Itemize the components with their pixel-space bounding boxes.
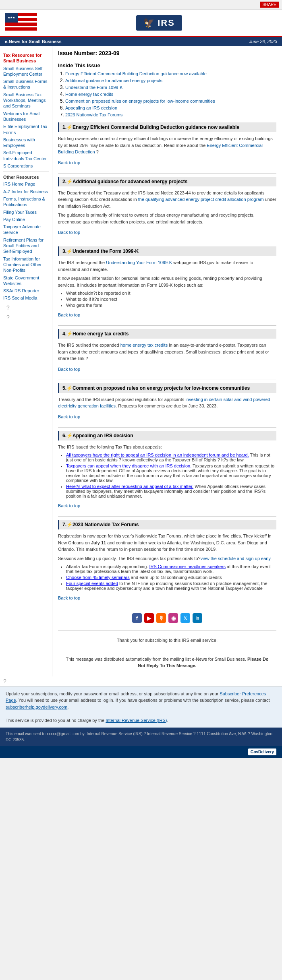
section-7-link-3[interactable]: Four special events added — [66, 581, 118, 586]
list-item: Taxpayers can appeal when they disagree … — [66, 463, 276, 483]
section-6-link-2[interactable]: Taxpayers can appeal when they disagree … — [66, 463, 191, 468]
back-to-top-3[interactable]: Back to top — [58, 312, 80, 317]
back-to-top-1[interactable]: Back to top — [58, 160, 80, 165]
top-bar: SHARE — [0, 0, 282, 10]
back-to-top-6[interactable]: Back to top — [58, 503, 80, 508]
sidebar-item-businesses-employees[interactable]: Businesses with Employees — [3, 137, 49, 149]
back-to-top-5[interactable]: Back to top — [58, 414, 80, 419]
sidebar-item-retirement-plans[interactable]: Retirement Plans for Small Entities and … — [3, 237, 49, 254]
main-content: Issue Number: 2023-09 Inside This Issue … — [52, 46, 282, 676]
sidebar-item-charities[interactable]: Tax Information for Charities and Other … — [3, 256, 49, 273]
sidebar-item-forms-pubs[interactable]: Forms, Instructions & Publications — [3, 196, 49, 208]
sidebar-item-efile[interactable]: E-file Employment Tax Forms — [3, 124, 49, 135]
sidebar-item-taxpayer-advocate[interactable]: Taxpayer Advocate Service — [3, 224, 49, 236]
toc-item: Home energy tax credits — [65, 91, 276, 97]
bottom-footer: This email was sent to xxxxx@gmail.com b… — [0, 728, 282, 746]
back-to-top-2[interactable]: Back to top — [58, 230, 80, 235]
list-item: Who gets the form — [66, 303, 276, 308]
section-6-link-3[interactable]: Here?s what to expect after requesting a… — [66, 484, 193, 489]
section-6: 6.⚡Appealing an IRS decision The IRS iss… — [58, 431, 276, 517]
sidebar-item-pay-online[interactable]: Pay Online — [3, 217, 49, 222]
service-provided-text: This service is provided to you at no ch… — [6, 717, 276, 724]
sidebar-item-filing-taxes[interactable]: Filing Your Taxes — [3, 209, 49, 215]
list-item: Atlanta Tax Forum is quickly approaching… — [66, 564, 276, 574]
toc-link-3[interactable]: Understand the Form 1099-K — [65, 85, 122, 90]
subheader: e-News for Small Business June 26, 2023 — [0, 37, 282, 46]
section-3-title: 3.⚡Understand the Form 1099-K — [58, 246, 276, 256]
sidebar-item-workshops[interactable]: Small Business Tax Workshops, Meetings a… — [3, 92, 49, 109]
list-item: Here?s what to expect after requesting a… — [66, 484, 276, 498]
section-4-divider — [58, 380, 276, 380]
section-7-bullets: Atlanta Tax Forum is quickly approaching… — [58, 564, 276, 591]
linkedin-icon[interactable]: in — [193, 613, 202, 623]
toc-link-1[interactable]: Energy Efficient Commercial Building Ded… — [65, 71, 207, 76]
bottom-question: ? — [0, 676, 282, 686]
share-button[interactable]: SHARE — [260, 2, 279, 8]
newsletter-title: e-News for Small Business — [5, 39, 62, 44]
irs-eagle-icon: 🦅 — [143, 18, 155, 28]
section-7-link-2[interactable]: Choose from 45 timely seminars — [66, 575, 130, 580]
section-7-schedule-link[interactable]: view the schedule and sign up early — [201, 556, 270, 561]
flag-image: ★★★ — [5, 13, 37, 33]
podcast-icon[interactable]: 🎙 — [156, 613, 166, 623]
list-item: What shouldn?t be reported on it — [66, 291, 276, 296]
footer-note-2: This message was distributed automatical… — [58, 653, 276, 672]
social-bar: f ▶ 🎙 ◉ 𝕏 in — [58, 609, 276, 627]
section-6-divider — [58, 516, 276, 517]
toc-item: Comment on proposed rules on energy proj… — [65, 98, 276, 104]
back-to-top-7[interactable]: Back to top — [58, 595, 80, 600]
section-1: 1.⚡Energy Efficient Commercial Building … — [58, 122, 276, 174]
youtube-icon[interactable]: ▶ — [144, 613, 154, 623]
subscriber-preferences-link[interactable]: Subscriber Preferences Page — [6, 691, 266, 703]
instagram-icon[interactable]: ◉ — [168, 613, 178, 623]
toc-item: Energy Efficient Commercial Building Ded… — [65, 71, 276, 76]
sidebar-item-irs-home[interactable]: IRS Home Page — [3, 181, 49, 187]
sidebar-other-resources-title: Other Resources — [3, 175, 49, 180]
sidebar-item-self-employment-center[interactable]: Small Business Self-Employment Center — [3, 66, 49, 77]
toc-link-6[interactable]: Appealing an IRS decision — [65, 105, 117, 110]
sidebar-item-self-employed[interactable]: Self-Employed Individuals Tax Center — [3, 150, 49, 161]
sidebar-item-az-index[interactable]: A-Z Index for Business — [3, 189, 49, 194]
toc-link-2[interactable]: Additional guidance for advanced energy … — [65, 78, 162, 83]
section-5-divider — [58, 427, 276, 428]
list-item: All taxpayers have the right to appeal a… — [66, 453, 276, 462]
issue-number: Issue Number: 2023-09 — [58, 50, 276, 59]
section-6-intro: The IRS issued the following Tax Tips ab… — [58, 444, 276, 451]
section-5-link[interactable]: investing in certain solar and wind powe… — [58, 397, 270, 409]
twitter-icon[interactable]: 𝕏 — [180, 613, 190, 623]
toc-link-5[interactable]: Comment on proposed rules on energy proj… — [65, 99, 215, 103]
sidebar-question2: ? — [3, 312, 49, 322]
section-4-link[interactable]: home energy tax credits — [120, 343, 168, 347]
back-to-top-4[interactable]: Back to top — [58, 367, 80, 372]
sidebar-item-ssa-irs[interactable]: SSA/IRS Reporter — [3, 288, 49, 294]
facebook-icon[interactable]: f — [132, 613, 142, 623]
section-5: 5.⚡Comment on proposed rules on energy p… — [58, 383, 276, 428]
irs-logo: 🦅 IRS — [41, 15, 277, 31]
section-1-divider — [58, 173, 276, 174]
section-1-link[interactable]: Energy Efficient Commercial Building Ded… — [58, 143, 263, 155]
toc-link-4[interactable]: Home energy tax credits — [65, 92, 113, 97]
toc-item: Additional guidance for advanced energy … — [65, 78, 276, 83]
sidebar-item-forms-instructions[interactable]: Small Business Forms & Instructions — [3, 79, 49, 90]
irs-link[interactable]: Internal Revenue Service (IRS) — [106, 718, 167, 723]
section-6-link-1[interactable]: All taxpayers have the right to appeal a… — [66, 453, 249, 457]
inside-title: Inside This Issue — [58, 62, 276, 68]
toc-item: Appealing an IRS decision — [65, 105, 276, 111]
sidebar-item-social-media[interactable]: IRS Social Media — [3, 295, 49, 301]
section-7: 7.⚡2023 Nationwide Tax Forums Registrati… — [58, 520, 276, 605]
govdelivery-logo: GovDelivery — [248, 748, 276, 755]
section-4-title: 4.⚡Home energy tax credits — [58, 329, 276, 339]
sidebar-item-state-gov[interactable]: State Government Websites — [3, 275, 49, 287]
section-2-link[interactable]: the qualifying advanced energy project c… — [138, 197, 264, 202]
legal-footer-text: This email was sent to xxxxx@gmail.com b… — [6, 731, 276, 743]
sidebar-item-s-corporations[interactable]: S Corporations — [3, 163, 49, 169]
list-item: Four special events added to the NTF lin… — [66, 581, 276, 591]
toc-item: 2023 Nationwide Tax Forums — [65, 112, 276, 118]
sidebar-question1: ? — [3, 303, 49, 312]
section-2: 2.⚡Additional guidance for advanced ener… — [58, 177, 276, 244]
toc-link-7[interactable]: 2023 Nationwide Tax Forums — [65, 112, 122, 117]
section-7-link-1[interactable]: IRS Commissioner headlines speakers — [149, 564, 226, 569]
subscriber-help-link[interactable]: subscriberhelp.govdelivery.com — [6, 705, 67, 709]
sidebar-item-webinars[interactable]: Webinars for Small Businesses — [3, 111, 49, 122]
section-3-link[interactable]: Understanding Your Form 1099-K — [106, 260, 172, 265]
